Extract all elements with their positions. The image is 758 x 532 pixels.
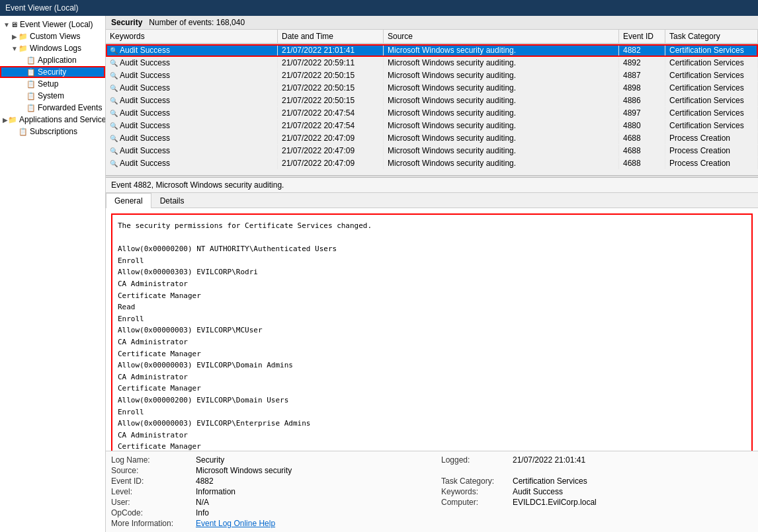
cell-source: Microsoft Windows security auditing. bbox=[384, 145, 619, 157]
prop-value: EVILDC1.EvilCorp.local bbox=[513, 498, 753, 507]
audit-icon: 🔍 bbox=[110, 97, 118, 104]
prop-label: Logged: bbox=[441, 455, 507, 465]
tree-item-icon: 📁 bbox=[19, 32, 28, 41]
sidebar-item-system[interactable]: 📋System bbox=[0, 90, 105, 102]
table-row[interactable]: 🔍Audit Success21/07/2022 20:47:09Microso… bbox=[106, 132, 758, 145]
permissions-line: Allow(0x00000303) EVILCORP\Rodri bbox=[118, 266, 746, 278]
permissions-line: Certificate Manager bbox=[118, 348, 746, 360]
sidebar-item-custom-views[interactable]: ▶📁Custom Views bbox=[0, 30, 105, 42]
cell-eventid: 4882 bbox=[619, 44, 665, 56]
table-row[interactable]: 🔍Audit Success21/07/2022 20:50:15Microso… bbox=[106, 82, 758, 95]
col-header-datetime[interactable]: Date and Time bbox=[278, 30, 384, 43]
permissions-line: Enroll bbox=[118, 406, 746, 418]
tree-item-label: Forwarded Events bbox=[38, 103, 102, 112]
permissions-line: Allow(0x00000003) EVILCORP\Domain Admins bbox=[118, 360, 746, 371]
sidebar-item-setup[interactable]: 📋Setup bbox=[0, 78, 105, 90]
permissions-line: Enroll bbox=[118, 255, 746, 267]
keywords-text: Audit Success bbox=[120, 71, 170, 80]
cell-taskcategory: Process Creation bbox=[665, 132, 758, 144]
tree-item-icon: 📁 bbox=[8, 116, 17, 124]
audit-icon: 🔍 bbox=[110, 110, 118, 117]
table-row[interactable]: 🔍Audit Success21/07/2022 20:47:54Microso… bbox=[106, 107, 758, 120]
tree-item-icon: 📋 bbox=[26, 68, 36, 77]
tab-details[interactable]: Details bbox=[151, 193, 193, 208]
tree-item-icon: 📋 bbox=[26, 56, 36, 65]
keywords-text: Audit Success bbox=[120, 146, 170, 155]
sidebar-item-subscriptions[interactable]: 📋Subscriptions bbox=[0, 126, 105, 137]
permissions-line: Certificate Manager bbox=[118, 290, 746, 302]
cell-taskcategory: Certification Services bbox=[665, 107, 758, 119]
cell-keywords: 🔍Audit Success bbox=[106, 69, 278, 81]
keywords-text: Audit Success bbox=[120, 121, 170, 130]
prop-value: 21/07/2022 21:01:41 bbox=[513, 455, 753, 465]
prop-label bbox=[441, 508, 507, 517]
cell-taskcategory: Process Creation bbox=[665, 157, 758, 169]
permissions-line: Certificate Manager bbox=[118, 441, 746, 451]
audit-icon: 🔍 bbox=[110, 85, 118, 92]
tree-item-label: System bbox=[38, 91, 64, 100]
cell-eventid: 4688 bbox=[619, 145, 665, 157]
col-header-keywords[interactable]: Keywords bbox=[106, 30, 278, 43]
table-header-row: Keywords Date and Time Source Event ID T… bbox=[106, 30, 758, 44]
tree-item-label: Custom Views bbox=[30, 32, 80, 41]
table-row[interactable]: 🔍Audit Success21/07/2022 20:59:11Microso… bbox=[106, 57, 758, 69]
table-row[interactable]: 🔍Audit Success21/07/2022 20:47:09Microso… bbox=[106, 145, 758, 157]
cell-datetime: 21/07/2022 20:47:09 bbox=[278, 157, 384, 169]
table-row[interactable]: 🔍Audit Success21/07/2022 20:50:15Microso… bbox=[106, 95, 758, 107]
tree-item-label: Windows Logs bbox=[30, 44, 81, 53]
cell-taskcategory: Certification Services bbox=[665, 120, 758, 132]
tab-general[interactable]: General bbox=[106, 193, 151, 208]
tree-item-label: Event Viewer (Local) bbox=[20, 20, 93, 29]
main-container: ▼🖥Event Viewer (Local)▶📁Custom Views▼📁Wi… bbox=[0, 16, 758, 532]
keywords-text: Audit Success bbox=[120, 133, 170, 143]
tree-item-label: Subscriptions bbox=[30, 127, 77, 136]
event-log-link[interactable]: Event Log Online Help bbox=[196, 519, 436, 528]
tree-item-icon: 📋 bbox=[26, 92, 36, 100]
right-panel: Security Number of events: 168,040 Keywo… bbox=[106, 16, 758, 532]
tree-item-icon: 🖥 bbox=[11, 20, 18, 28]
prop-label: Task Category: bbox=[441, 476, 507, 486]
detail-tabs: GeneralDetails bbox=[106, 193, 758, 208]
tree-item-label: Application bbox=[38, 56, 77, 65]
cell-datetime: 21/07/2022 21:01:41 bbox=[278, 44, 384, 56]
prop-label: Computer: bbox=[441, 498, 507, 507]
col-header-source[interactable]: Source bbox=[384, 30, 619, 43]
permissions-line: The security permissions for Certificate… bbox=[118, 220, 746, 232]
cell-taskcategory: Certification Services bbox=[665, 69, 758, 81]
cell-keywords: 🔍Audit Success bbox=[106, 44, 278, 56]
table-row[interactable]: 🔍Audit Success21/07/2022 20:47:54Microso… bbox=[106, 120, 758, 132]
sidebar-item-app-services-logs[interactable]: ▶📁Applications and Services Lo bbox=[0, 114, 105, 126]
table-row[interactable]: 🔍Audit Success21/07/2022 20:47:09Microso… bbox=[106, 157, 758, 170]
table-row[interactable]: 🔍Audit Success21/07/2022 21:01:41Microso… bbox=[106, 44, 758, 57]
sidebar-item-application[interactable]: 📋Application bbox=[0, 54, 105, 66]
col-header-taskcategory[interactable]: Task Category bbox=[665, 30, 758, 43]
sidebar-item-forwarded-events[interactable]: 📋Forwarded Events bbox=[0, 102, 105, 114]
cell-datetime: 21/07/2022 20:50:15 bbox=[278, 69, 384, 81]
prop-value: Certification Services bbox=[513, 476, 753, 486]
sidebar-item-security[interactable]: 📋Security bbox=[0, 66, 105, 78]
tree-expand-icon: ▼ bbox=[3, 21, 11, 28]
cell-taskcategory: Process Creation bbox=[665, 145, 758, 157]
cell-source: Microsoft Windows security auditing. bbox=[384, 120, 619, 132]
table-row[interactable]: 🔍Audit Success21/07/2022 20:50:15Microso… bbox=[106, 69, 758, 82]
sidebar-item-windows-logs[interactable]: ▼📁Windows Logs bbox=[0, 42, 105, 54]
cell-keywords: 🔍Audit Success bbox=[106, 157, 278, 169]
prop-label bbox=[441, 466, 507, 475]
prop-value: Info bbox=[196, 508, 436, 517]
tree-item-label: Setup bbox=[38, 79, 58, 89]
cell-keywords: 🔍Audit Success bbox=[106, 120, 278, 132]
sidebar-item-event-viewer[interactable]: ▼🖥Event Viewer (Local) bbox=[0, 19, 105, 30]
prop-label: Level: bbox=[111, 487, 190, 496]
permissions-line: Read bbox=[118, 301, 746, 313]
prop-label: More Information: bbox=[111, 519, 190, 528]
cell-datetime: 21/07/2022 20:47:54 bbox=[278, 107, 384, 119]
cell-keywords: 🔍Audit Success bbox=[106, 82, 278, 94]
col-header-eventid[interactable]: Event ID bbox=[619, 30, 665, 43]
prop-label: Source: bbox=[111, 466, 190, 475]
cell-taskcategory: Certification Services bbox=[665, 82, 758, 94]
audit-icon: 🔍 bbox=[110, 147, 118, 155]
cell-datetime: 21/07/2022 20:50:15 bbox=[278, 95, 384, 106]
tree-item-label: Applications and Services Lo bbox=[19, 115, 106, 124]
keywords-text: Audit Success bbox=[120, 83, 170, 93]
cell-keywords: 🔍Audit Success bbox=[106, 107, 278, 119]
